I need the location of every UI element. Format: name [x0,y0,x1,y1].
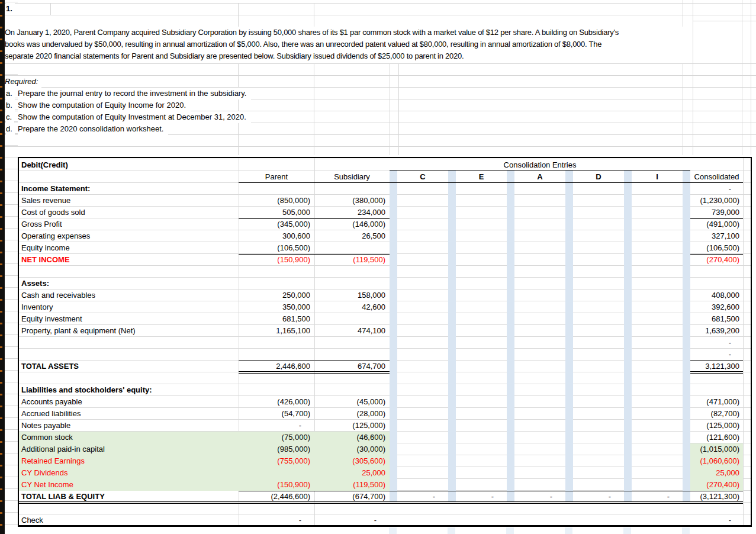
subsidiary-value[interactable]: 158,000 [314,289,390,301]
row-label[interactable]: TOTAL ASSETS [21,361,236,372]
row-label[interactable]: Assets: [21,278,236,289]
row-label[interactable]: Equity income [21,242,236,254]
subsidiary-value[interactable]: (125,000) [314,420,390,432]
parent-value[interactable]: 1,165,100 [239,325,314,337]
parent-value[interactable]: - [239,514,314,526]
parent-value[interactable]: (150,900) [239,479,314,491]
consolidated-value[interactable]: - [690,183,743,195]
consolidated-value[interactable]: (82,700) [690,408,743,420]
column-header-entry-I[interactable]: I [632,171,683,183]
table-title[interactable]: Debit(Credit) [21,159,234,171]
row-label[interactable]: Common stock [21,432,236,443]
problem-statement[interactable]: On January 1, 2020, Parent Company acqui… [5,27,686,63]
subsidiary-value[interactable]: 474,100 [314,325,390,337]
entry-E-value[interactable]: - [456,491,507,503]
parent-value[interactable]: (75,000) [239,432,314,443]
subsidiary-value[interactable]: 674,700 [314,361,390,372]
subsidiary-value[interactable]: (305,600) [314,455,390,467]
consolidated-value[interactable]: (1,060,600) [690,455,743,467]
parent-value[interactable]: (2,446,600) [239,491,314,503]
column-header-entry-E[interactable]: E [456,171,507,183]
row-label[interactable]: NET INCOME [21,254,236,266]
subsidiary-value[interactable]: 234,000 [314,207,390,218]
consolidated-value[interactable]: 327,100 [690,230,743,242]
consolidated-value[interactable]: (270,400) [690,479,743,491]
row-label[interactable]: Notes payable [21,420,236,432]
subsidiary-value[interactable]: (119,500) [314,254,390,266]
subsidiary-value[interactable]: 25,000 [314,467,390,479]
row-label[interactable]: Check [21,514,236,526]
row-label[interactable]: Liabilities and stockholders' equity: [21,384,236,396]
parent-value[interactable]: (426,000) [239,396,314,408]
row-label[interactable]: Retained Earnings [21,455,236,467]
entry-I-value[interactable]: - [632,491,683,503]
problem-number[interactable]: 1. [6,3,15,15]
entry-C-value[interactable]: - [397,491,448,503]
consolidated-value[interactable]: 25,000 [690,467,743,479]
column-header-subsidiary[interactable]: Subsidiary [314,171,390,183]
parent-value[interactable]: 300,600 [239,230,314,242]
row-label[interactable]: Sales revenue [21,195,236,207]
parent-value[interactable]: (850,000) [239,195,314,207]
consolidated-value[interactable]: 408,000 [690,289,743,301]
parent-value[interactable]: 250,000 [239,289,314,301]
row-label[interactable]: CY Net Income [21,479,236,491]
row-label[interactable]: Property, plant & equipment (Net) [21,325,236,337]
row-label[interactable]: Equity investment [21,313,236,325]
consolidated-value[interactable]: (3,121,300) [690,491,743,503]
row-label[interactable]: Inventory [21,301,236,313]
consolidated-value[interactable]: 681,500 [690,313,743,325]
column-header-entry-A[interactable]: A [514,171,565,183]
subsidiary-value[interactable]: (146,000) [314,218,390,230]
consolidated-value[interactable]: 1,639,200 [690,325,743,337]
row-label[interactable]: CY Dividends [21,467,236,479]
parent-value[interactable]: 681,500 [239,313,314,325]
required-item-d[interactable]: d. Prepare the 2020 consolidation worksh… [0,123,414,135]
column-header-parent[interactable]: Parent [239,171,314,183]
consolidated-value[interactable]: - [690,349,743,361]
row-label[interactable]: Accrued liabilities [21,408,236,420]
entries-header[interactable]: Consolidation Entries [390,159,690,171]
subsidiary-value[interactable]: (119,500) [314,479,390,491]
subsidiary-value[interactable]: (30,000) [314,443,390,455]
required-item-c[interactable]: c. Show the computation of Equity Invest… [0,111,414,123]
consolidated-value[interactable]: (1,015,000) [690,443,743,455]
row-label[interactable]: Accounts payable [21,396,236,408]
subsidiary-value[interactable]: (46,600) [314,432,390,443]
parent-value[interactable]: 350,000 [239,301,314,313]
parent-value[interactable]: (985,000) [239,443,314,455]
required-item-a[interactable]: a. Prepare the journal entry to record t… [0,88,414,99]
consolidated-value[interactable]: (270,400) [690,254,743,266]
parent-value[interactable]: - [239,420,314,432]
row-label[interactable]: TOTAL LIAB & EQUITY [21,491,236,503]
subsidiary-value[interactable]: (380,000) [314,195,390,207]
parent-value[interactable]: 2,446,600 [239,361,314,372]
row-label[interactable]: Cash and receivables [21,289,236,301]
subsidiary-value[interactable]: (45,000) [314,396,390,408]
row-label[interactable]: Operating expenses [21,230,236,242]
subsidiary-value[interactable]: (674,700) [314,491,390,503]
consolidated-value[interactable]: (1,230,000) [690,195,743,207]
row-label[interactable]: Cost of goods sold [21,207,236,218]
entry-A-value[interactable]: - [514,491,565,503]
column-header-entry-D[interactable]: D [573,171,624,183]
subsidiary-value[interactable]: 26,500 [314,230,390,242]
parent-value[interactable]: (54,700) [239,408,314,420]
column-header-entry-C[interactable]: C [397,171,448,183]
consolidated-value[interactable]: (491,000) [690,218,743,230]
consolidated-value[interactable]: 739,000 [690,207,743,218]
column-header-consolidated[interactable]: Consolidated [690,171,743,183]
consolidated-value[interactable]: - [690,514,743,526]
row-label[interactable]: Gross Profit [21,218,236,230]
consolidated-value[interactable]: (125,000) [690,420,743,432]
row-label[interactable]: Additional paid-in capital [21,443,236,455]
parent-value[interactable]: (150,900) [239,254,314,266]
parent-value[interactable]: (106,500) [239,242,314,254]
consolidated-value[interactable]: 3,121,300 [690,361,743,372]
parent-value[interactable]: (755,000) [239,455,314,467]
required-item-b[interactable]: b. Show the computation of Equity Income… [0,99,414,111]
consolidated-value[interactable]: (471,000) [690,396,743,408]
required-label[interactable]: Required: [5,76,41,88]
parent-value[interactable]: 505,000 [239,207,314,218]
row-label[interactable]: Income Statement: [21,183,236,195]
